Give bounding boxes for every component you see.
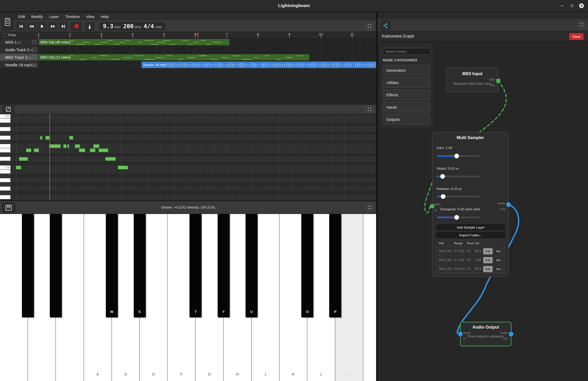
category-utilities[interactable]: Utilities	[383, 77, 430, 88]
track-minus-button[interactable]: -	[32, 40, 36, 44]
midi-input-node[interactable]: MIDI Input Receives MIDI from track MIDI…	[446, 68, 498, 92]
midi-note[interactable]	[26, 148, 31, 152]
edit-button[interactable]: Edit	[483, 257, 493, 263]
black-key-U[interactable]: U	[246, 214, 258, 317]
category-effects[interactable]: Effects	[383, 90, 430, 100]
piano-roll-fullscreen-icon[interactable]	[366, 106, 373, 113]
audio-out-port[interactable]	[509, 332, 513, 336]
black-key-P[interactable]: P	[329, 214, 341, 317]
midi-note[interactable]	[63, 144, 66, 148]
node-graph-icon[interactable]	[380, 20, 391, 31]
fast-forward-button[interactable]	[48, 22, 58, 31]
snap-checkbox[interactable]	[3, 33, 6, 37]
midi-note[interactable]	[79, 148, 85, 152]
black-key[interactable]	[22, 214, 34, 317]
category-inputs[interactable]: Inputs	[383, 102, 430, 112]
black-key-Y[interactable]: Y	[218, 214, 230, 317]
menu-item-modify[interactable]: Modify	[28, 14, 46, 19]
midi-note[interactable]	[75, 144, 80, 148]
track-minus-button[interactable]: -	[32, 63, 36, 67]
edit-button[interactable]: Edit	[483, 248, 493, 254]
strip-black-key[interactable]	[0, 182, 10, 187]
search-input[interactable]	[383, 48, 430, 55]
midi-in-port[interactable]	[430, 204, 434, 208]
multi-sampler-node[interactable]: Multi Sampler Gain: 1.00 Attack: 0.01 ss…	[432, 132, 509, 277]
close-icon[interactable]	[578, 2, 585, 9]
del-button[interactable]: Del	[494, 257, 503, 263]
add-sample-layer-button[interactable]: Add Sample Layer	[436, 224, 505, 230]
edit-button[interactable]: Edit	[483, 266, 493, 272]
track-header[interactable]: Audio Track 2[A]-	[0, 46, 39, 53]
audio-out-port[interactable]	[506, 202, 511, 207]
strip-white-key[interactable]	[0, 144, 10, 148]
midi-note[interactable]	[34, 148, 39, 152]
rewind-button[interactable]	[27, 22, 37, 31]
slider-thumb[interactable]	[454, 154, 459, 158]
strip-white-key[interactable]	[0, 127, 10, 131]
midi-note[interactable]	[93, 144, 99, 148]
black-key-E[interactable]: E	[134, 214, 146, 317]
strip-black-key[interactable]	[0, 174, 10, 178]
strip-black-key[interactable]	[0, 123, 10, 127]
midi-note[interactable]	[49, 144, 61, 148]
track-header[interactable]: MIDI Track 2[A]-	[0, 53, 39, 61]
strip-white-key[interactable]	[0, 195, 10, 199]
strip-white-key[interactable]: C5	[0, 114, 10, 118]
slider-thumb[interactable]	[454, 215, 459, 220]
black-key-W[interactable]: W	[106, 214, 118, 317]
record-button[interactable]	[71, 22, 82, 31]
midi-note[interactable]	[118, 166, 128, 169]
strip-white-key[interactable]	[0, 118, 10, 123]
strip-black-key[interactable]	[0, 191, 10, 195]
audio-in-port[interactable]	[458, 332, 463, 336]
category-outputs[interactable]: Outputs	[383, 114, 430, 124]
track-row[interactable]: Audio Track 2[A]-	[0, 46, 376, 53]
audio-clip[interactable]: Noodle 18.mp3	[142, 62, 376, 68]
black-key-O[interactable]: O	[301, 214, 313, 317]
piano-roll-grid[interactable]	[11, 114, 376, 200]
midi-out-port[interactable]	[496, 79, 500, 83]
track-minus-button[interactable]: -	[32, 48, 36, 52]
piano-roll-playhead[interactable]	[50, 114, 50, 200]
timeline-ruler[interactable]: Snap 1234567891011	[0, 32, 376, 38]
strip-white-key[interactable]	[0, 148, 10, 152]
graph-canvas[interactable]: NODE CATEGORIES GeneratorsUtilitiesEffec…	[378, 41, 588, 381]
strip-white-key[interactable]: C4	[0, 165, 10, 170]
midi-note[interactable]	[45, 136, 50, 140]
strip-white-key[interactable]	[0, 187, 10, 191]
black-key[interactable]	[50, 214, 62, 317]
midi-note[interactable]	[99, 148, 108, 152]
track-minus-button[interactable]: -	[32, 55, 36, 59]
piano-roll-icon[interactable]	[2, 105, 15, 114]
midi-note[interactable]	[90, 148, 95, 152]
strip-black-key[interactable]	[0, 131, 10, 135]
midi-note[interactable]	[40, 136, 42, 140]
category-generators[interactable]: Generators	[383, 65, 430, 75]
attack-slider[interactable]	[437, 176, 479, 177]
del-button[interactable]: Del	[494, 266, 503, 272]
strip-black-key[interactable]	[0, 140, 10, 144]
minimize-icon[interactable]	[559, 2, 566, 9]
import-folder-button[interactable]: Import Folder...	[436, 232, 505, 238]
strip-white-key[interactable]	[0, 170, 10, 174]
menu-item-layer[interactable]: Layer	[46, 14, 62, 19]
track-header[interactable]: MIDI 1[A]-	[0, 38, 39, 46]
del-button[interactable]: Del	[494, 248, 503, 254]
release-slider[interactable]	[437, 196, 479, 197]
midi-note[interactable]	[69, 136, 73, 140]
metronome-button[interactable]	[85, 22, 95, 31]
strip-white-key[interactable]	[0, 136, 10, 140]
strip-black-key[interactable]	[0, 161, 10, 165]
strip-white-key[interactable]	[0, 157, 10, 161]
strip-white-key[interactable]	[0, 178, 10, 182]
midi-clip[interactable]: MIDI Clip (40 notes)	[39, 39, 230, 45]
audio-output-node[interactable]: Audio Output Final output to speakers Au…	[460, 322, 511, 346]
white-key[interactable]	[363, 214, 376, 381]
play-button[interactable]	[37, 22, 48, 31]
skip-start-button[interactable]	[16, 22, 27, 31]
clear-button[interactable]: Clear	[569, 33, 584, 40]
midi-note[interactable]	[16, 166, 21, 169]
midi-note[interactable]	[67, 144, 69, 148]
transpose-slider[interactable]	[437, 217, 479, 218]
midi-clip[interactable]: MIDI Clip (21 notes)	[39, 54, 309, 61]
